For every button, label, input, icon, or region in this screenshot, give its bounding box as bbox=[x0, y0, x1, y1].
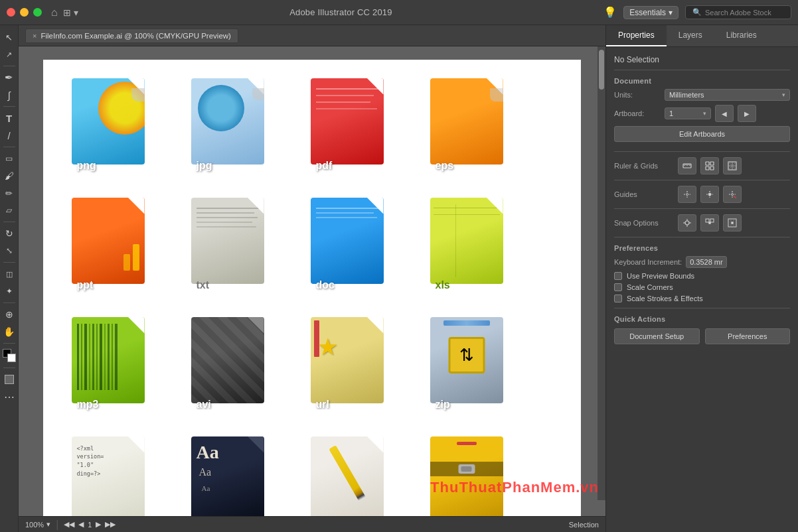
eraser-tool-button[interactable]: ▱ bbox=[1, 202, 17, 218]
list-item[interactable]: eps bbox=[422, 73, 518, 179]
document-setup-button[interactable]: Document Setup bbox=[614, 328, 700, 344]
list-item[interactable]: ⇅ zip bbox=[422, 312, 518, 418]
first-artboard-icon[interactable]: ◀◀ bbox=[64, 520, 74, 529]
snap-buttons bbox=[678, 214, 742, 232]
show-guides-button[interactable] bbox=[678, 186, 696, 203]
mp3-file-icon: mp3 bbox=[68, 317, 155, 413]
line-tool-button[interactable]: / bbox=[1, 127, 17, 143]
prev-artboard-button[interactable]: ◀ bbox=[715, 105, 734, 122]
close-tab-icon[interactable]: × bbox=[33, 32, 37, 40]
workspace-switcher-icon[interactable]: ⊞ ▾ bbox=[63, 7, 78, 18]
list-item[interactable]: ppt bbox=[63, 192, 159, 299]
units-select[interactable]: Millimeters ▾ bbox=[665, 89, 790, 101]
units-label: Units: bbox=[614, 91, 661, 99]
list-item[interactable]: Aa Aa Aa ttf bbox=[183, 431, 279, 516]
xls-file-icon: xls bbox=[427, 198, 513, 294]
hand-tool-button[interactable]: ✋ bbox=[1, 324, 17, 340]
selection-tool-button[interactable]: ↖ bbox=[1, 29, 17, 45]
svg-rect-8 bbox=[706, 166, 709, 170]
eyedropper-tool-button[interactable]: ✦ bbox=[1, 283, 17, 299]
list-item[interactable]: <?xmlversion="1.0"ding=?> xml bbox=[63, 431, 159, 516]
right-panel: Properties Layers Libraries No Selection… bbox=[605, 25, 798, 532]
close-button[interactable] bbox=[7, 8, 15, 17]
edit-artboards-button[interactable]: Edit Artboards bbox=[614, 126, 790, 142]
no-selection-label: No Selection bbox=[614, 55, 790, 64]
scale-corners-checkbox[interactable] bbox=[614, 283, 622, 291]
use-preview-bounds-checkbox[interactable] bbox=[614, 272, 622, 280]
artboard-select[interactable]: 1 ▾ bbox=[665, 107, 711, 119]
document-tab[interactable]: × FileInfo.com Example.ai @ 100% (CMYK/G… bbox=[25, 29, 238, 43]
ruler-grids-row: Ruler & Grids bbox=[614, 157, 790, 174]
list-item[interactable]: ★ url bbox=[302, 312, 398, 418]
list-item[interactable]: png bbox=[63, 73, 159, 179]
ruler-grids-label: Ruler & Grids bbox=[614, 162, 674, 170]
last-artboard-icon[interactable]: ▶▶ bbox=[105, 520, 116, 529]
direct-select-tool-button[interactable]: ↗ bbox=[1, 46, 17, 62]
list-item[interactable]: zip bbox=[422, 431, 518, 516]
snap-to-point-button[interactable] bbox=[678, 214, 696, 232]
list-item[interactable]: mp3 bbox=[63, 312, 159, 418]
list-item[interactable]: avi bbox=[183, 312, 279, 418]
paintbrush-tool-button[interactable]: 🖌 bbox=[1, 168, 17, 184]
curvature-tool-button[interactable]: ∫ bbox=[1, 87, 17, 103]
stroke-color[interactable] bbox=[7, 354, 16, 362]
list-item[interactable]: xls bbox=[422, 192, 518, 299]
tab-layers[interactable]: Layers bbox=[667, 25, 714, 46]
pen-tool-button[interactable]: ✒ bbox=[1, 70, 17, 86]
svg-rect-29 bbox=[710, 219, 714, 222]
scale-strokes-checkbox[interactable] bbox=[614, 295, 622, 302]
list-item[interactable]: doc bbox=[302, 192, 398, 299]
snap-to-grid-button[interactable] bbox=[700, 214, 719, 232]
tab-libraries[interactable]: Libraries bbox=[714, 25, 769, 46]
adobe-stock-search[interactable]: 🔍 Search Adobe Stock bbox=[685, 5, 791, 19]
home-icon[interactable]: ⌂ bbox=[51, 7, 58, 19]
zoom-level[interactable]: 100% ▾ bbox=[25, 520, 50, 529]
left-toolbar: ↖ ↗ ✒ ∫ T / ▭ 🖌 ✏ ▱ ↻ ⤡ ◫ ✦ ⊕ ✋ ⋯ bbox=[0, 25, 19, 532]
vertical-scrollbar[interactable] bbox=[598, 46, 605, 500]
grid-icon-button[interactable] bbox=[700, 157, 719, 174]
fullscreen-button[interactable] bbox=[33, 8, 42, 17]
clear-guides-button[interactable] bbox=[723, 186, 742, 203]
gradient-tool-button[interactable]: ◫ bbox=[1, 266, 17, 282]
main-layout: ↖ ↗ ✒ ∫ T / ▭ 🖌 ✏ ▱ ↻ ⤡ ◫ ✦ ⊕ ✋ ⋯ bbox=[0, 25, 798, 532]
perspective-grid-button[interactable] bbox=[723, 157, 742, 174]
list-item[interactable]: jpg bbox=[183, 73, 279, 179]
fill-stroke-colors[interactable] bbox=[3, 349, 16, 362]
lock-guides-button[interactable] bbox=[700, 186, 719, 203]
scale-corners-row: Scale Corners bbox=[614, 283, 790, 291]
type-tool-button[interactable]: T bbox=[1, 110, 17, 126]
scrollbar-thumb[interactable] bbox=[599, 50, 604, 90]
app-title: Adobe Illustrator CC 2019 bbox=[289, 7, 392, 17]
minimize-button[interactable] bbox=[20, 8, 29, 17]
rectangle-tool-button[interactable]: ▭ bbox=[1, 151, 17, 166]
essentials-button[interactable]: Essentials ▾ bbox=[623, 6, 678, 19]
list-item[interactable]: txt bbox=[183, 192, 279, 299]
zip-file-icon: ⇅ zip bbox=[427, 317, 513, 413]
more-tools-button[interactable]: ⋯ bbox=[1, 389, 17, 405]
list-item[interactable] bbox=[302, 431, 398, 516]
xls-label: xls bbox=[436, 279, 450, 291]
snap-to-pixel-button[interactable] bbox=[723, 214, 742, 232]
rotate-tool-button[interactable]: ↻ bbox=[1, 226, 17, 241]
toolbar-separator-7 bbox=[3, 343, 15, 344]
preferences-button[interactable]: Preferences bbox=[705, 328, 791, 344]
prev-artboard-icon[interactable]: ◀ bbox=[78, 520, 84, 529]
status-bar: 100% ▾ | ◀◀ ◀ 1 ▶ ▶▶ Selection bbox=[19, 516, 605, 532]
lightbulb-icon[interactable]: 💡 bbox=[603, 6, 617, 19]
zoom-tool-button[interactable]: ⊕ bbox=[1, 306, 17, 322]
scale-tool-button[interactable]: ⤡ bbox=[1, 243, 17, 259]
artboard-navigation[interactable]: ◀◀ ◀ 1 ▶ ▶▶ bbox=[64, 520, 116, 529]
list-item[interactable]: pdf bbox=[302, 73, 398, 179]
tab-properties[interactable]: Properties bbox=[606, 25, 667, 46]
use-preview-bounds-row: Use Preview Bounds bbox=[614, 272, 790, 280]
quick-actions-buttons: Document Setup Preferences bbox=[614, 328, 790, 344]
ruler-icon-button[interactable] bbox=[678, 157, 696, 174]
next-artboard-icon[interactable]: ▶ bbox=[96, 520, 101, 529]
keyboard-increment-value[interactable]: 0.3528 mr bbox=[686, 256, 727, 268]
pencil-tool-button[interactable]: ✏ bbox=[1, 185, 17, 201]
canvas-area[interactable]: png jpg bbox=[19, 46, 605, 516]
eps-file-icon: eps bbox=[427, 78, 513, 174]
next-artboard-button[interactable]: ▶ bbox=[738, 105, 756, 122]
jpg-label: jpg bbox=[197, 160, 212, 172]
screen-mode-button[interactable] bbox=[1, 371, 17, 387]
